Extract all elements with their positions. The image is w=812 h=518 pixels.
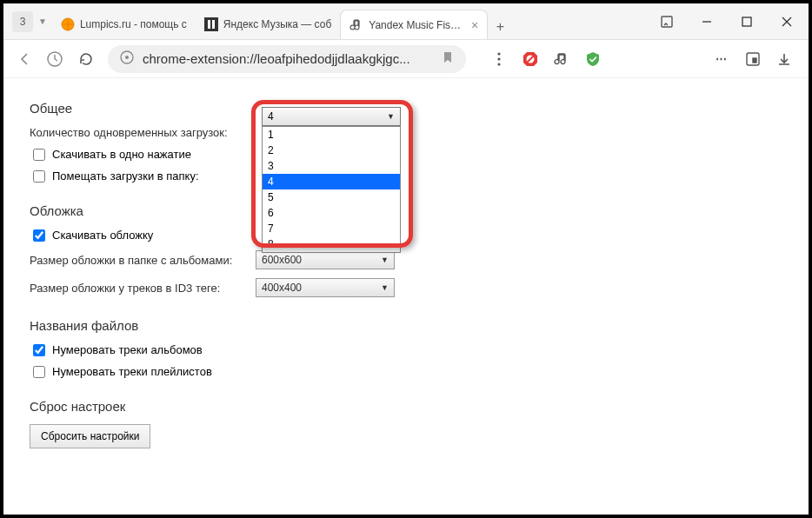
minimize-button[interactable] — [689, 8, 725, 36]
dropdown-option[interactable]: 4 — [263, 174, 400, 189]
sidebar-icon[interactable] — [744, 50, 762, 68]
close-icon[interactable]: × — [471, 18, 478, 32]
music-extension-icon[interactable] — [553, 50, 570, 68]
id3-cover-size-select[interactable]: 400x400 ▼ — [256, 278, 395, 297]
chevron-down-icon: ▼ — [387, 112, 395, 121]
back-button[interactable] — [14, 50, 33, 69]
settings-content: Общее Количество одновременных загрузок:… — [3, 78, 809, 462]
svg-point-14 — [497, 52, 500, 55]
svg-point-13 — [125, 56, 129, 59]
menu-dots-icon[interactable] — [490, 50, 508, 68]
more-icon[interactable]: ⋯ — [713, 50, 730, 68]
close-window-button[interactable] — [769, 8, 805, 36]
concurrent-downloads-label: Количество одновременных загрузок: — [30, 126, 256, 139]
tab-yandex-music[interactable]: Яндекс Музыка — соб — [196, 10, 340, 39]
album-cover-size-label: Размер обложки в папке с альбомами: — [30, 254, 256, 267]
tab-count-badge[interactable]: 3 — [12, 11, 33, 32]
svg-rect-21 — [753, 58, 756, 63]
section-filenames-title: Названия файлов — [30, 318, 782, 333]
tab-label: Яндекс Музыка — соб — [223, 18, 331, 30]
new-tab-button[interactable]: + — [488, 15, 512, 39]
extension-icon — [120, 50, 134, 67]
chevron-down-icon[interactable]: ▼ — [38, 17, 47, 26]
number-playlists-label[interactable]: Нумеровать треки плейлистов — [52, 365, 212, 378]
tab-extension-settings[interactable]: Yandex Music Fisher × — [340, 10, 488, 39]
number-albums-checkbox[interactable] — [33, 344, 45, 356]
chevron-down-icon: ▼ — [381, 283, 389, 292]
album-cover-size-select[interactable]: 600x600 ▼ — [256, 250, 395, 269]
one-click-checkbox[interactable] — [33, 149, 45, 161]
select-value: 4 — [268, 110, 274, 123]
svg-point-15 — [497, 57, 500, 60]
bookmark-icon[interactable] — [442, 51, 454, 66]
number-albums-label[interactable]: Нумеровать треки альбомов — [52, 343, 203, 356]
lumpics-icon — [61, 17, 75, 31]
adblock-icon[interactable] — [522, 50, 539, 68]
url-text: chrome-extension://leoafpihedodjjdlaakgk… — [143, 51, 433, 66]
tab-label: Lumpics.ru - помощь с — [80, 18, 187, 30]
dropdown-option[interactable]: 2 — [263, 143, 400, 158]
number-playlists-checkbox[interactable] — [33, 366, 45, 378]
section-general-title: Общее — [30, 101, 782, 116]
chevron-down-icon: ▼ — [381, 256, 389, 264]
dropdown-option[interactable]: 5 — [263, 189, 400, 205]
dropdown-option[interactable]: 3 — [263, 158, 400, 174]
dropdown-option[interactable]: 7 — [263, 221, 400, 236]
svg-rect-5 — [212, 20, 215, 29]
titlebar: 3 ▼ Lumpics.ru - помощь с Яндекс Музыка … — [3, 3, 809, 40]
reader-icon[interactable] — [649, 8, 685, 36]
reload-button[interactable] — [77, 50, 96, 69]
tab-lumpics[interactable]: Lumpics.ru - помощь с — [52, 10, 196, 39]
pause-icon — [204, 17, 218, 31]
svg-rect-3 — [204, 17, 218, 31]
svg-rect-6 — [662, 17, 672, 27]
tab-label: Yandex Music Fisher — [369, 19, 463, 31]
reset-settings-button[interactable]: Сбросить настройки — [30, 424, 150, 448]
one-click-label[interactable]: Скачивать в одно нажатие — [52, 148, 191, 161]
download-cover-label[interactable]: Скачивать обложку — [52, 229, 153, 242]
dropdown-option[interactable]: 8 — [263, 236, 400, 252]
concurrent-downloads-select[interactable]: 4 ▼ — [262, 107, 401, 126]
music-note-icon — [349, 18, 363, 32]
address-bar[interactable]: chrome-extension://leoafpihedodjjdlaakgk… — [108, 45, 466, 73]
address-bar-row: chrome-extension://leoafpihedodjjdlaakgk… — [3, 40, 809, 78]
shield-icon[interactable] — [584, 50, 602, 68]
folder-checkbox[interactable] — [33, 170, 45, 183]
id3-cover-size-label: Размер обложки у треков в ID3 теге: — [30, 282, 256, 295]
tabs: Lumpics.ru - помощь с Яндекс Музыка — со… — [52, 3, 649, 39]
maximize-button[interactable] — [729, 8, 765, 36]
folder-label[interactable]: Помещать загрузки в папку: — [52, 169, 199, 183]
concurrent-downloads-dropdown: 4 ▼ 1 2 3 4 5 6 7 8 — [262, 107, 401, 253]
svg-rect-4 — [208, 20, 210, 29]
dropdown-list: 1 2 3 4 5 6 7 8 — [262, 126, 401, 253]
download-cover-checkbox[interactable] — [33, 229, 45, 242]
svg-point-16 — [497, 63, 500, 65]
select-value: 600x600 — [262, 254, 302, 266]
downloads-icon[interactable] — [775, 50, 793, 68]
dropdown-option[interactable]: 1 — [263, 127, 400, 143]
section-reset-title: Сброс настроек — [30, 399, 782, 414]
section-cover-title: Обложка — [30, 203, 782, 218]
svg-rect-8 — [742, 17, 751, 26]
yandex-home-icon[interactable] — [45, 50, 64, 69]
dropdown-option[interactable]: 6 — [263, 205, 400, 221]
select-value: 400x400 — [262, 282, 302, 294]
